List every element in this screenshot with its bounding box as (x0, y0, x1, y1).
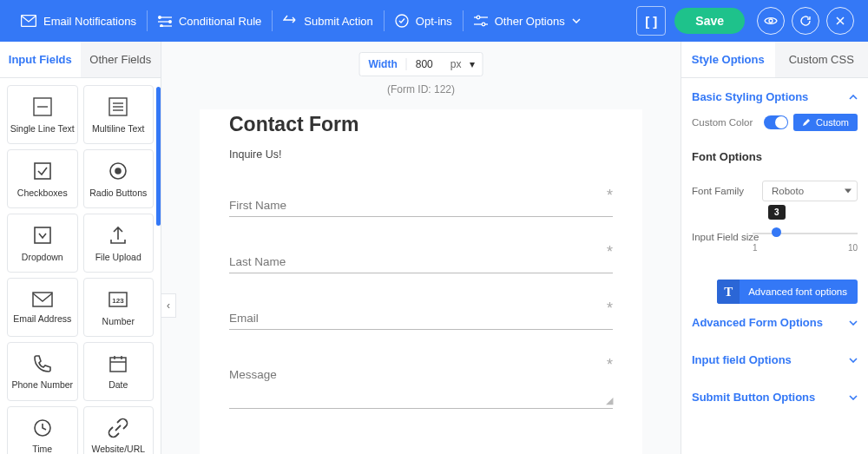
required-icon: * (607, 299, 613, 318)
nav-submit-action[interactable]: Submit Action (273, 0, 384, 42)
svg-rect-22 (35, 227, 50, 243)
nav-opt-ins[interactable]: Opt-ins (385, 0, 463, 42)
pencil-icon (802, 118, 811, 127)
optin-icon (395, 14, 409, 28)
save-button[interactable]: Save (674, 8, 745, 34)
dropdown-icon (31, 224, 54, 247)
field-phone-number[interactable]: Phone Number (7, 342, 78, 401)
svg-point-5 (169, 21, 172, 23)
mail-icon (21, 15, 36, 27)
field-file-upload[interactable]: File Upload (83, 214, 155, 273)
input-size-slider[interactable]: Input Field size 3 110 (692, 231, 858, 243)
section-advanced-form[interactable]: Advanced Form Options (692, 304, 858, 341)
font-options-heading: Font Options (692, 150, 858, 163)
calendar-icon (108, 353, 128, 374)
eye-icon (764, 16, 778, 26)
chevron-down-icon (849, 358, 858, 363)
field-radio-buttons[interactable]: Radio Buttons (83, 149, 155, 208)
tab-style-options[interactable]: Style Options (681, 42, 775, 77)
chevron-down-icon (845, 189, 852, 194)
field-email-address[interactable]: Email Address (7, 278, 78, 337)
field-multiline-text[interactable]: Multiline Text (83, 85, 155, 144)
checkbox-icon (31, 160, 54, 182)
multiline-icon (107, 95, 129, 118)
preview-button[interactable] (757, 7, 785, 35)
width-unit[interactable]: px (442, 58, 470, 70)
nav-label: Submit Action (304, 15, 373, 28)
rule-icon (158, 15, 172, 27)
field-email[interactable]: Email* (229, 310, 613, 330)
width-value[interactable]: 800 (407, 58, 442, 70)
nav-conditional-rule[interactable]: Conditional Rule (148, 0, 272, 42)
slider-thumb[interactable] (772, 227, 781, 237)
field-dropdown[interactable]: Dropdown (7, 214, 78, 273)
section-submit-button[interactable]: Submit Button Options (692, 378, 858, 416)
svg-point-10 (477, 16, 480, 19)
email-icon (31, 291, 54, 308)
field-message[interactable]: Message*◢ (229, 366, 613, 409)
slider-tooltip: 3 (768, 205, 786, 220)
custom-color-button[interactable]: Custom (793, 114, 858, 131)
tab-other-fields[interactable]: Other Fields (81, 42, 161, 77)
svg-rect-26 (110, 358, 126, 372)
section-basic-styling[interactable]: Basic Styling Options (692, 78, 858, 115)
section-input-field[interactable]: Input field Options (692, 341, 858, 378)
collapse-left-panel[interactable]: ‹ (161, 293, 176, 318)
canvas: ‹ Width 800 px ▾ (Form ID: 122) Contact … (161, 42, 681, 454)
scrollbar[interactable] (156, 87, 161, 226)
fields-grid: Single Line Text Multiline Text Checkbox… (0, 78, 161, 454)
chevron-down-icon (849, 320, 858, 326)
svg-text:123: 123 (113, 297, 125, 305)
required-icon: * (607, 356, 613, 374)
nav-email-notifications[interactable]: Email Notifications (10, 0, 147, 42)
field-last-name[interactable]: Last Name* (229, 253, 613, 273)
nav-label: Opt-ins (416, 15, 452, 28)
radio-icon (107, 160, 129, 182)
close-icon (835, 16, 845, 26)
tab-custom-css[interactable]: Custom CSS (775, 42, 869, 77)
close-button[interactable] (826, 7, 854, 35)
field-website-url[interactable]: Website/URL (83, 406, 155, 454)
nav-other-options[interactable]: Other Options (464, 0, 591, 42)
custom-color-row: Custom Color Custom (692, 114, 858, 131)
svg-point-11 (482, 23, 485, 26)
chevron-down-icon (849, 395, 858, 400)
svg-point-12 (769, 19, 773, 23)
slider-track[interactable] (753, 233, 858, 234)
text-icon (31, 95, 54, 118)
form-title[interactable]: Contact Form (229, 113, 613, 136)
field-checkboxes[interactable]: Checkboxes (7, 149, 78, 208)
field-number[interactable]: 123Number (83, 278, 155, 337)
phone-icon (32, 353, 53, 374)
nav-label: Other Options (495, 15, 565, 28)
nav-label: Conditional Rule (179, 15, 261, 28)
link-icon (108, 418, 128, 438)
width-control[interactable]: Width 800 px ▾ (359, 52, 483, 76)
field-date[interactable]: Date (83, 342, 155, 401)
number-icon: 123 (107, 288, 129, 311)
field-single-line-text[interactable]: Single Line Text (7, 85, 78, 144)
custom-color-toggle[interactable] (764, 115, 788, 129)
svg-point-6 (161, 25, 163, 27)
form-preview[interactable]: Contact Form Inquire Us! First Name* Las… (200, 109, 642, 454)
clock-icon (32, 418, 53, 438)
form-subtitle[interactable]: Inquire Us! (229, 148, 613, 161)
advanced-font-options-button[interactable]: T Advanced font options (717, 280, 858, 304)
field-time[interactable]: Time (7, 406, 78, 454)
refresh-button[interactable] (792, 7, 819, 35)
field-first-name[interactable]: First Name* (229, 197, 613, 217)
tab-input-fields[interactable]: Input Fields (0, 42, 81, 77)
shortcode-button[interactable]: [ ] (636, 6, 666, 36)
upload-icon (107, 224, 129, 247)
resize-handle-icon[interactable]: ◢ (606, 395, 613, 406)
svg-point-4 (159, 16, 161, 19)
required-icon: * (607, 243, 613, 261)
sliders-icon (474, 15, 488, 27)
font-family-select[interactable]: Roboto (762, 181, 858, 201)
chevron-down-icon[interactable]: ▾ (470, 58, 482, 70)
chevron-down-icon (572, 18, 581, 23)
submit-icon (283, 15, 297, 27)
nav-label: Email Notifications (43, 15, 136, 28)
chevron-left-icon: ‹ (167, 299, 170, 312)
form-id-label: (Form ID: 122) (387, 83, 455, 95)
